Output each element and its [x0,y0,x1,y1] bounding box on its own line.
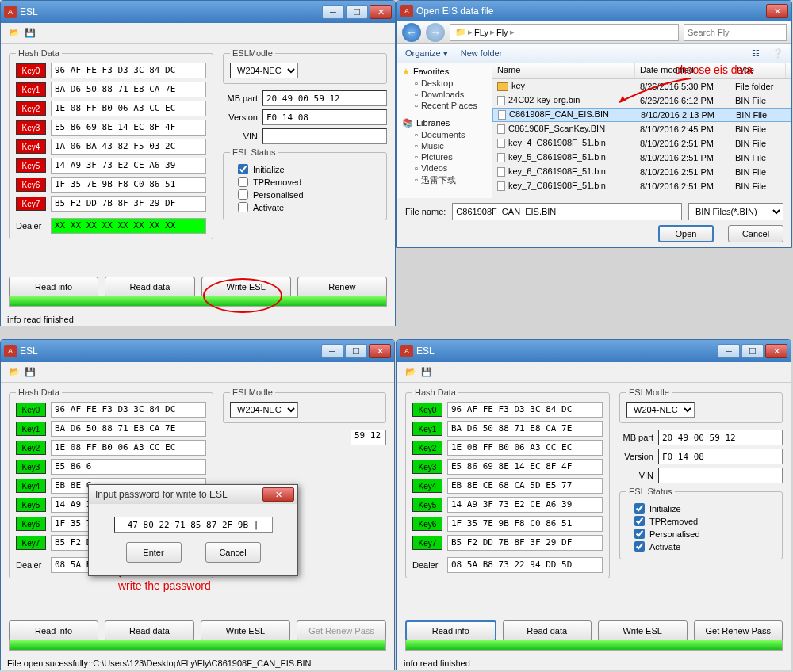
sidebar-item[interactable]: ▫Pictures [415,152,487,162]
key-label: Key3 [16,460,46,474]
version-input[interactable] [262,109,387,125]
sidebar-item[interactable]: ▫Downloads [415,90,487,99]
file-row[interactable]: 24C02-key-org.bin6/26/2016 6:12 PMBIN Fi… [492,94,791,108]
window-title: ESL [20,6,322,17]
read-data-button[interactable]: Read data [105,277,194,297]
filename-input[interactable] [452,203,682,220]
open-icon[interactable]: 📂 [9,367,20,377]
filter-select[interactable]: BIN Files(*.BIN) [688,203,783,220]
key-label: Key4 [16,479,46,493]
save-icon[interactable]: 💾 [25,28,36,38]
file-row[interactable]: C861908F_CAN_EIS.BIN8/10/2016 2:13 PMBIN… [492,108,791,122]
open-button[interactable]: Open [658,225,714,242]
file-header[interactable]: NameDate modifiedType [492,63,791,79]
maximize-button[interactable]: ☐ [741,344,764,358]
breadcrumb[interactable]: 📁▸FLy▸Fly▸ [450,24,679,41]
key-hex: 14 A9 3F 73 E2 CE A6 39 [51,158,206,174]
status-checkbox[interactable] [238,189,248,200]
organize-menu[interactable]: Organize ▾ [405,48,448,59]
maximize-button[interactable]: ☐ [346,5,368,19]
close-button[interactable]: ✕ [262,487,294,502]
search-input[interactable] [684,24,787,41]
status-checkbox[interactable] [634,529,645,539]
new-folder-button[interactable]: New folder [461,48,503,58]
file-row[interactable]: key8/26/2016 5:30 PMFile folder [492,79,791,94]
back-button[interactable]: ← [402,23,421,42]
close-button[interactable]: ✕ [369,344,391,358]
sidebar-item[interactable]: ▫Documents [415,130,487,139]
open-icon[interactable]: 📂 [9,28,20,38]
renew-button[interactable]: Renew [297,277,387,297]
key-hex: BA D6 50 88 71 E8 CA 7E [51,421,206,437]
key-hex: E5 86 6 [51,459,206,475]
view-icon[interactable]: ☷ [752,48,760,59]
read-info-button[interactable]: Read info [9,277,98,297]
status-checkbox[interactable] [634,516,645,526]
file-row[interactable]: key_5_C861908F_51.bin8/10/2016 2:51 PMBI… [492,151,791,165]
status-checkbox[interactable] [634,503,645,514]
sidebar-item[interactable]: ▫Desktop [415,78,487,88]
file-row[interactable]: C861908F_ScanKey.BIN8/10/2016 2:45 PMBIN… [492,122,791,136]
read-data-button[interactable]: Read data [503,620,592,641]
sidebar-item[interactable]: ▫Recent Places [415,101,487,110]
key-label: Key1 [16,422,46,436]
libraries-header[interactable]: 📚Libraries [402,118,487,128]
minimize-button[interactable]: ─ [718,344,740,358]
mbpart-input[interactable] [262,90,387,106]
save-icon[interactable]: 💾 [421,367,432,377]
forward-button[interactable]: → [426,23,445,42]
status-checkbox[interactable] [238,164,248,174]
sidebar-item[interactable]: ▫迅雷下载 [415,174,487,186]
vin-input[interactable] [262,128,387,144]
file-row[interactable]: key_4_C861908F_51.bin8/10/2016 2:51 PMBI… [492,136,791,151]
close-button[interactable]: ✕ [370,5,392,19]
eslmodle-select[interactable]: W204-NEC [230,402,298,418]
eslmodle-select[interactable]: W204-NEC [626,402,695,418]
file-list: NameDate modifiedType key8/26/2016 5:30 … [492,63,791,198]
filename-label: File name: [405,207,446,216]
read-info-button[interactable]: Read info [405,620,496,641]
mbpart-label: MB part [223,94,258,103]
status-checkbox[interactable] [238,177,248,187]
close-button[interactable]: ✕ [765,344,787,358]
vin-input[interactable] [658,468,783,483]
status-checkbox[interactable] [634,541,645,552]
cancel-button[interactable]: Cancel [205,542,261,563]
get-renew-pass-button[interactable]: Get Renew Pass [694,620,783,641]
status-checkbox[interactable] [238,202,248,212]
read-info-button[interactable]: Read info [9,620,98,641]
write-esl-button[interactable]: Write ESL [598,620,688,641]
titlebar[interactable]: A Open EIS data file ✕ [397,1,791,21]
mbpart-input[interactable] [658,430,783,445]
write-esl-button[interactable]: Write ESL [201,620,290,641]
titlebar[interactable]: A ESL ─☐✕ [397,340,791,362]
help-icon[interactable]: ❔ [772,48,783,59]
key-label: Key3 [412,460,442,474]
read-data-button[interactable]: Read data [105,620,194,641]
favorites-header[interactable]: ★Favorites [402,67,487,77]
sidebar-item[interactable]: ▫Music [415,141,487,151]
save-icon[interactable]: 💾 [25,367,36,377]
file-row[interactable]: key_6_C861908F_51.bin8/10/2016 2:51 PMBI… [492,165,791,179]
eslmodle-select[interactable]: W204-NEC [230,63,298,78]
open-icon[interactable]: 📂 [405,367,416,377]
maximize-button[interactable]: ☐ [345,344,367,358]
titlebar[interactable]: A ESL ─☐✕ [1,340,394,362]
sidebar-item[interactable]: ▫Videos [415,163,487,173]
key-label: Key2 [412,441,442,455]
key-hex: 14 A9 3F 73 E2 CE A6 39 [447,497,603,513]
key-hex: 1F 35 7E 9B F8 C0 86 51 [447,516,603,532]
enter-button[interactable]: Enter [126,542,182,563]
get-renew-pass-button[interactable]: Get Renew Pass [297,620,386,641]
file-row[interactable]: key_7_C861908F_51.bin8/10/2016 2:51 PMBI… [492,179,791,193]
close-button[interactable]: ✕ [766,4,788,18]
password-input[interactable] [114,517,273,533]
titlebar[interactable]: Input password for write to ESL ✕ [89,485,297,504]
write-esl-button[interactable]: Write ESL [201,277,291,297]
cancel-button[interactable]: Cancel [728,225,783,242]
minimize-button[interactable]: ─ [321,344,343,358]
titlebar[interactable]: A ESL ─ ☐ ✕ [1,1,395,23]
file-footer: File name: BIN Files(*.BIN) Open Cancel [397,198,791,247]
minimize-button[interactable]: ─ [322,5,344,19]
version-input[interactable] [658,449,783,464]
